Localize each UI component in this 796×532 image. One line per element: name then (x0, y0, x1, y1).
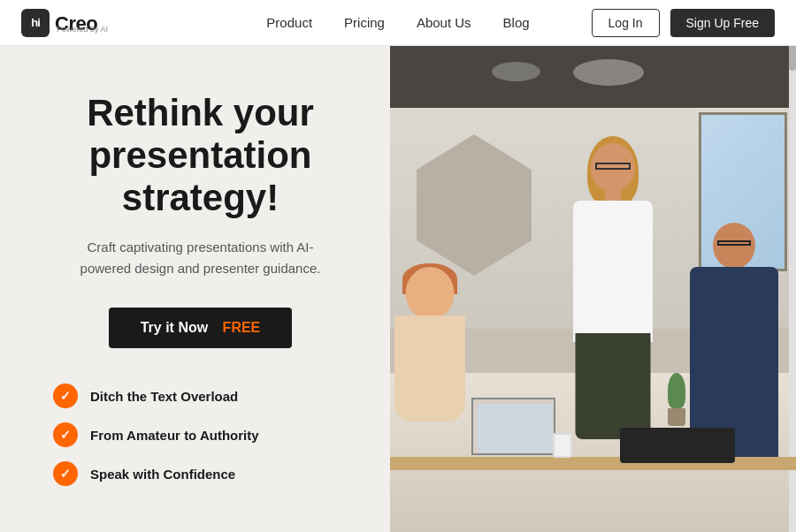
login-button[interactable]: Log In (592, 9, 660, 37)
presenter-glasses (595, 163, 631, 170)
cta-wrap: Try it Now FREE (53, 308, 348, 348)
feature-check-1 (53, 384, 78, 408)
cta-label: Try it Now (141, 320, 208, 336)
cup (553, 433, 572, 458)
ceiling-light-2 (492, 62, 540, 81)
feature-label-2: From Amateur to Authority (90, 428, 259, 443)
presenter-bottom (576, 333, 651, 439)
hero-left: Rethink your presentation strategy! Craf… (0, 46, 390, 532)
feature-check-2 (53, 422, 78, 447)
feature-item-2: From Amateur to Authority (53, 422, 348, 447)
ceiling-light-1 (573, 59, 644, 86)
table (390, 457, 796, 470)
nav-pricing[interactable]: Pricing (344, 15, 385, 30)
feature-label-3: Speak with Confidence (90, 467, 235, 482)
feature-item-3: Speak with Confidence (53, 461, 348, 486)
feature-label-1: Ditch the Text Overload (90, 389, 238, 404)
hero-right (390, 46, 796, 532)
logo[interactable]: hi Creo Powered by AI (21, 9, 108, 37)
office-image (390, 46, 796, 532)
hero-section: Rethink your presentation strategy! Craf… (0, 46, 796, 532)
navbar: hi Creo Powered by AI Product Pricing Ab… (0, 0, 796, 46)
logo-sub: Powered by AI (57, 25, 108, 34)
nav-product[interactable]: Product (266, 15, 312, 30)
person-foreground (394, 267, 465, 444)
sitting-glasses (717, 240, 751, 246)
sitting-head (713, 223, 755, 269)
nav-about[interactable]: About Us (417, 15, 471, 30)
logo-badge: hi (21, 9, 50, 37)
navbar-actions: Log In Sign Up Free (592, 9, 775, 37)
cta-button[interactable]: Try it Now FREE (109, 308, 293, 348)
hero-subtitle: Craft captivating presentations with AI-… (77, 237, 325, 279)
signup-button[interactable]: Sign Up Free (670, 9, 775, 37)
foreground-body (394, 315, 465, 422)
laptop-screen (471, 398, 555, 455)
main-nav: Product Pricing About Us Blog (266, 15, 529, 30)
keyboard (620, 428, 735, 463)
feature-item-1: Ditch the Text Overload (53, 384, 348, 408)
laptop-glow (478, 404, 553, 452)
foreground-head (406, 267, 455, 320)
laptop (471, 398, 560, 460)
presenter-body (573, 201, 653, 342)
cta-free-label: FREE (223, 320, 261, 336)
nav-blog[interactable]: Blog (503, 15, 530, 30)
feature-list: Ditch the Text Overload From Amateur to … (53, 384, 348, 486)
feature-check-3 (53, 461, 78, 486)
scrollbar[interactable] (789, 0, 796, 532)
hero-title: Rethink your presentation strategy! (53, 92, 348, 220)
